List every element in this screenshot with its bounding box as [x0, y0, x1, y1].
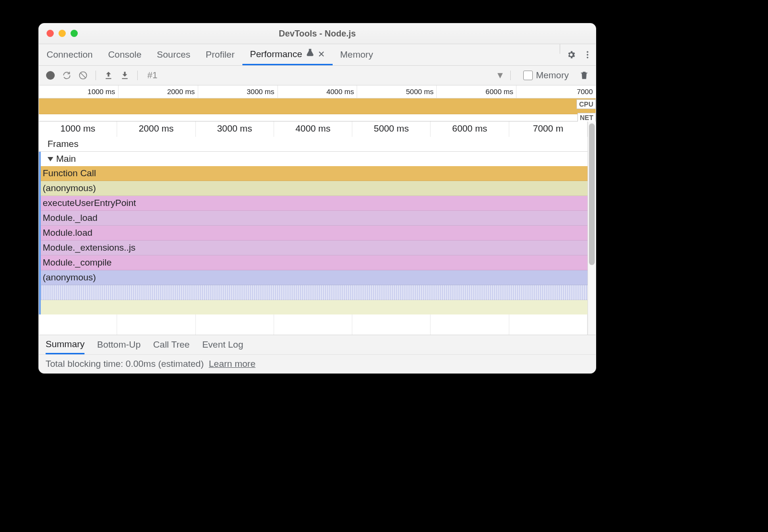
svg-point-2	[587, 57, 588, 58]
tick: 3000 ms	[196, 121, 274, 137]
tick: 6000 ms	[437, 85, 516, 98]
detail-tabs: Summary Bottom-Up Call Tree Event Log	[39, 335, 596, 354]
dtab-bottom-up[interactable]: Bottom-Up	[97, 335, 141, 354]
tick: 6000 ms	[431, 121, 509, 137]
record-icon	[46, 71, 55, 80]
tick: 4000 ms	[278, 85, 358, 98]
overview-cpu-band: CPU	[39, 98, 596, 114]
minimize-window-button[interactable]	[59, 30, 66, 37]
main-track-header[interactable]: Main	[39, 152, 588, 166]
tick: 5000 ms	[357, 85, 437, 98]
download-button[interactable]	[118, 69, 132, 82]
session-dropdown-caret[interactable]: ▼	[496, 70, 505, 81]
net-label: NET	[577, 113, 596, 122]
flame-bar[interactable]: Module.load	[39, 226, 588, 241]
flame-bar[interactable]: Function Call	[39, 166, 588, 181]
flask-icon	[305, 48, 315, 60]
devtools-window: { "window": { "title": "DevTools - Node.…	[38, 23, 596, 374]
flamechart-ruler: 1000 ms 2000 ms 3000 ms 4000 ms 5000 ms …	[39, 121, 588, 137]
statusbar: Total blocking time: 0.00ms (estimated) …	[39, 354, 596, 373]
flame-bar[interactable]	[39, 300, 588, 314]
tab-label: Console	[108, 49, 142, 60]
main-label: Main	[56, 154, 76, 164]
session-name[interactable]: #1	[144, 70, 180, 81]
caret-down-icon	[48, 157, 53, 161]
overview[interactable]: 1000 ms 2000 ms 3000 ms 4000 ms 5000 ms …	[39, 85, 596, 121]
tab-profiler[interactable]: Profiler	[198, 44, 242, 65]
more-button[interactable]	[579, 44, 596, 65]
tick: 5000 ms	[352, 121, 431, 137]
status-value: 0.00ms (estimated)	[126, 359, 204, 369]
tab-label: Memory	[340, 49, 373, 60]
status-prefix: Total blocking time:	[46, 359, 126, 369]
memory-checkbox-label: Memory	[536, 70, 569, 81]
record-button[interactable]	[44, 69, 57, 82]
tab-label: Connection	[47, 49, 93, 60]
dtab-call-tree[interactable]: Call Tree	[153, 335, 190, 354]
tab-sources[interactable]: Sources	[149, 44, 198, 65]
reload-button[interactable]	[60, 69, 73, 82]
tab-console[interactable]: Console	[100, 44, 149, 65]
window-title: DevTools - Node.js	[39, 29, 596, 39]
tab-memory[interactable]: Memory	[333, 44, 381, 65]
flame-bar[interactable]: (anonymous)	[39, 181, 588, 196]
dtab-label: Summary	[46, 339, 84, 350]
main-tabs: Connection Console Sources Profiler Perf…	[39, 44, 596, 66]
close-tab-icon[interactable]: ✕	[318, 49, 325, 60]
tick: 2000 ms	[119, 85, 198, 98]
dtab-label: Event Log	[202, 339, 243, 350]
memory-checkbox[interactable]: Memory	[523, 70, 569, 81]
frames-label: Frames	[48, 139, 78, 149]
flame-bar[interactable]	[39, 285, 588, 300]
flame-bar[interactable]: (anonymous)	[39, 270, 588, 285]
flame-bar[interactable]: Module._extensions..js	[39, 241, 588, 255]
frames-track-header[interactable]: Frames	[39, 137, 588, 152]
svg-point-0	[587, 51, 588, 53]
learn-more-link[interactable]: Learn more	[209, 359, 255, 369]
dtab-label: Bottom-Up	[97, 339, 141, 350]
overview-ruler: 1000 ms 2000 ms 3000 ms 4000 ms 5000 ms …	[39, 85, 596, 98]
flame-bar[interactable]: Module._compile	[39, 255, 588, 270]
upload-button[interactable]	[102, 69, 115, 82]
tick: 4000 ms	[274, 121, 352, 137]
dtab-label: Call Tree	[153, 339, 190, 350]
trash-button[interactable]	[577, 69, 591, 82]
close-window-button[interactable]	[47, 30, 54, 37]
traffic-lights	[47, 30, 78, 37]
tab-connection[interactable]: Connection	[39, 44, 100, 65]
dtab-summary[interactable]: Summary	[46, 335, 84, 354]
tick: 1000 ms	[39, 121, 117, 137]
tick: 1000 ms	[39, 85, 119, 98]
tab-label: Sources	[157, 49, 191, 60]
tab-performance[interactable]: Performance ✕	[242, 44, 333, 65]
settings-button[interactable]	[563, 44, 579, 65]
tab-label: Profiler	[206, 49, 235, 60]
toolbar: #1 ▼ Memory	[39, 66, 596, 85]
overview-net-band: NET	[39, 114, 596, 121]
svg-line-4	[81, 73, 85, 78]
flame-bar[interactable]: executeUserEntryPoint	[39, 196, 588, 211]
tick: 7000 m	[509, 121, 588, 137]
dtab-event-log[interactable]: Event Log	[202, 335, 243, 354]
svg-point-1	[587, 54, 588, 55]
flame-bar[interactable]: Module._load	[39, 211, 588, 226]
flamechart[interactable]: 1000 ms 2000 ms 3000 ms 4000 ms 5000 ms …	[39, 121, 596, 335]
tick: 2000 ms	[117, 121, 195, 137]
clear-button[interactable]	[76, 69, 90, 82]
titlebar: DevTools - Node.js	[39, 24, 596, 44]
zoom-window-button[interactable]	[71, 30, 78, 37]
scrollbar[interactable]	[588, 121, 596, 335]
selection-indicator	[39, 152, 41, 314]
cpu-label: CPU	[576, 99, 596, 109]
scrollbar-thumb[interactable]	[589, 123, 595, 265]
checkbox-icon	[523, 71, 533, 80]
tab-label: Performance	[250, 49, 302, 60]
tick: 3000 ms	[198, 85, 278, 98]
tick: 7000	[516, 85, 596, 98]
